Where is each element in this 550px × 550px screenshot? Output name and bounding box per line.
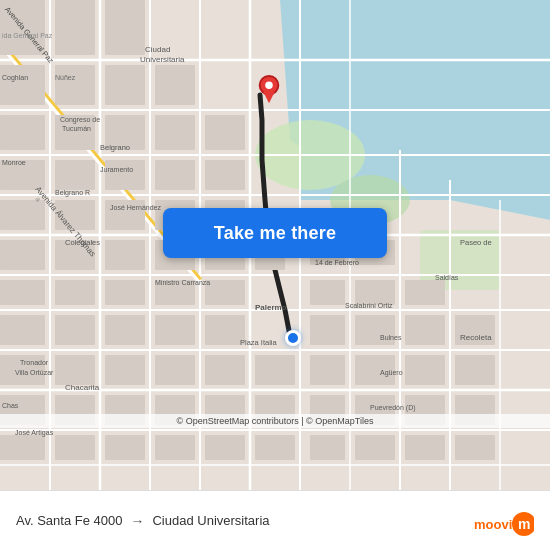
svg-rect-38 xyxy=(155,115,195,150)
svg-text:Recoleta: Recoleta xyxy=(460,333,492,342)
svg-rect-68 xyxy=(105,315,145,345)
svg-rect-96 xyxy=(55,435,95,460)
svg-rect-35 xyxy=(0,115,45,150)
svg-text:ida General Paz: ida General Paz xyxy=(2,32,53,39)
arrow-icon: → xyxy=(130,513,144,529)
svg-rect-71 xyxy=(310,315,345,345)
svg-point-139 xyxy=(265,82,273,90)
svg-text:Monroe: Monroe xyxy=(2,159,26,166)
svg-rect-102 xyxy=(355,435,395,460)
svg-text:Agüero: Agüero xyxy=(380,369,403,377)
svg-text:José Hernández: José Hernández xyxy=(110,204,161,211)
svg-text:Palermo: Palermo xyxy=(255,303,287,312)
svg-rect-60 xyxy=(205,280,245,305)
svg-text:Paseo de: Paseo de xyxy=(460,238,492,247)
svg-text:Belgrano R: Belgrano R xyxy=(55,189,90,197)
svg-rect-44 xyxy=(205,160,245,190)
svg-rect-79 xyxy=(205,355,245,385)
svg-rect-43 xyxy=(155,160,195,190)
svg-text:14 de Febrero: 14 de Febrero xyxy=(315,259,359,266)
svg-rect-97 xyxy=(105,435,145,460)
svg-rect-42 xyxy=(105,160,145,190)
svg-text:Puevredón (D): Puevredón (D) xyxy=(370,404,416,412)
svg-rect-73 xyxy=(405,315,445,345)
svg-marker-140 xyxy=(263,92,274,103)
svg-rect-30 xyxy=(105,0,145,55)
svg-text:Ministro Carranza: Ministro Carranza xyxy=(155,279,210,286)
svg-rect-63 xyxy=(310,280,345,305)
svg-text:Juramento: Juramento xyxy=(100,166,133,173)
svg-rect-104 xyxy=(455,435,495,460)
svg-rect-70 xyxy=(205,315,245,345)
svg-rect-76 xyxy=(55,355,95,385)
svg-text:José Artigas: José Artigas xyxy=(15,429,54,437)
svg-rect-32 xyxy=(55,65,95,105)
svg-rect-39 xyxy=(205,115,245,150)
svg-rect-95 xyxy=(0,435,45,460)
svg-text:Universitaria: Universitaria xyxy=(140,55,185,64)
svg-text:Núñez: Núñez xyxy=(55,74,76,81)
svg-text:Coghlan: Coghlan xyxy=(2,74,28,82)
current-location-dot xyxy=(285,330,301,346)
svg-rect-34 xyxy=(155,65,195,105)
svg-rect-69 xyxy=(155,315,195,345)
svg-rect-80 xyxy=(255,355,295,385)
svg-text:Tucumán: Tucumán xyxy=(62,125,91,132)
destination-label: Ciudad Universitaria xyxy=(152,513,269,528)
origin-label: Av. Santa Fe 4000 xyxy=(16,513,122,528)
svg-rect-67 xyxy=(55,315,95,345)
map-container: Ciudad Universitaria Núñez Coghlan Congr… xyxy=(0,0,550,490)
svg-text:Saldías: Saldías xyxy=(435,274,459,281)
svg-rect-41 xyxy=(55,160,95,190)
svg-rect-58 xyxy=(105,280,145,305)
svg-text:Chacarita: Chacarita xyxy=(65,383,100,392)
svg-rect-45 xyxy=(0,200,45,230)
svg-rect-66 xyxy=(0,315,45,345)
svg-rect-57 xyxy=(55,280,95,305)
svg-text:Tronador: Tronador xyxy=(20,359,49,366)
svg-rect-29 xyxy=(55,0,95,55)
moovit-logo: m moovit xyxy=(474,512,534,536)
svg-text:Bulnes: Bulnes xyxy=(380,334,402,341)
svg-rect-31 xyxy=(0,65,45,105)
svg-rect-77 xyxy=(105,355,145,385)
svg-text:Villa Ortúzar: Villa Ortúzar xyxy=(15,369,54,376)
take-me-there-button[interactable]: Take me there xyxy=(163,208,387,258)
svg-rect-50 xyxy=(0,240,45,270)
svg-text:Chas: Chas xyxy=(2,402,19,409)
moovit-wordmark: m moovit xyxy=(474,512,534,536)
svg-text:Belgrano: Belgrano xyxy=(100,143,130,152)
destination-pin xyxy=(258,75,280,105)
svg-rect-100 xyxy=(255,435,295,460)
svg-rect-83 xyxy=(405,355,445,385)
svg-rect-65 xyxy=(405,280,445,305)
svg-text:Ciudad: Ciudad xyxy=(145,45,170,54)
bottom-bar: Av. Santa Fe 4000 → Ciudad Universitaria… xyxy=(0,490,550,550)
svg-rect-56 xyxy=(0,280,45,305)
svg-rect-78 xyxy=(155,355,195,385)
svg-text:Plaza Italia: Plaza Italia xyxy=(240,338,278,347)
svg-rect-52 xyxy=(105,240,145,270)
route-info: Av. Santa Fe 4000 → Ciudad Universitaria xyxy=(16,513,534,529)
svg-text:moovit: moovit xyxy=(474,517,517,532)
take-me-there-label: Take me there xyxy=(214,223,336,244)
svg-rect-84 xyxy=(455,355,495,385)
svg-text:Scalabrini Ortiz: Scalabrini Ortiz xyxy=(345,302,393,309)
svg-rect-33 xyxy=(105,65,145,105)
svg-text:Congreso de: Congreso de xyxy=(60,116,100,124)
svg-rect-99 xyxy=(205,435,245,460)
map-attribution: © OpenStreetMap contributors | © OpenMap… xyxy=(0,414,550,428)
svg-rect-81 xyxy=(310,355,345,385)
svg-rect-101 xyxy=(310,435,345,460)
svg-rect-98 xyxy=(155,435,195,460)
svg-text:m: m xyxy=(518,516,530,532)
svg-rect-103 xyxy=(405,435,445,460)
